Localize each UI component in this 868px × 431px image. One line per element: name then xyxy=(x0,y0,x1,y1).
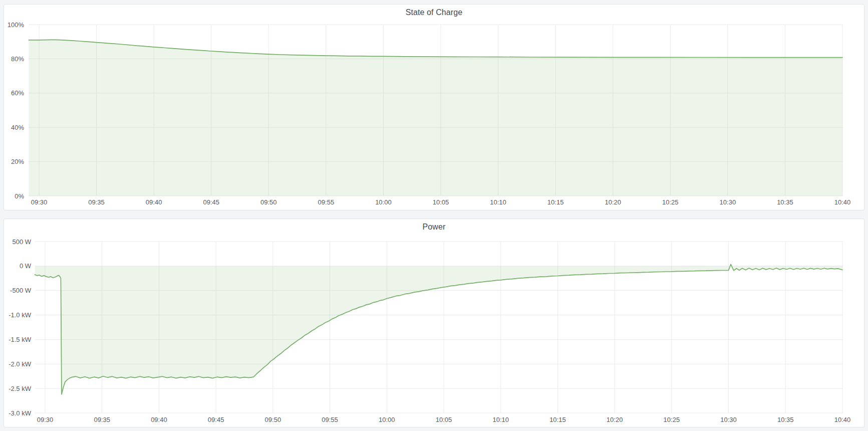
svg-text:-1.5 kW: -1.5 kW xyxy=(9,336,32,343)
svg-text:09:35: 09:35 xyxy=(88,198,105,206)
state-of-charge-panel-title[interactable]: State of Charge xyxy=(4,5,864,20)
svg-text:60%: 60% xyxy=(11,89,24,97)
svg-text:09:30: 09:30 xyxy=(37,416,54,423)
svg-text:10:05: 10:05 xyxy=(436,416,452,423)
power-chart[interactable]: 500 W0 W-500 W-1.0 kW-1.5 kW-2.0 kW-2.5 … xyxy=(4,234,864,427)
svg-text:09:30: 09:30 xyxy=(31,198,48,206)
svg-text:100%: 100% xyxy=(8,21,25,29)
power-area-fill xyxy=(35,264,843,394)
power-panel-title[interactable]: Power xyxy=(4,219,864,234)
svg-text:40%: 40% xyxy=(11,124,24,131)
svg-text:10:30: 10:30 xyxy=(720,416,737,423)
svg-text:10:35: 10:35 xyxy=(777,416,794,423)
state-of-charge-chart[interactable]: 100%80%60%40%20%0% 09:3009:3509:4009:450… xyxy=(4,20,864,210)
svg-text:10:15: 10:15 xyxy=(549,416,566,423)
svg-text:10:35: 10:35 xyxy=(777,198,793,206)
svg-text:10:00: 10:00 xyxy=(375,198,392,206)
svg-text:09:45: 09:45 xyxy=(203,198,219,206)
svg-text:10:20: 10:20 xyxy=(607,416,623,423)
svg-text:10:25: 10:25 xyxy=(664,416,680,423)
svg-text:09:50: 09:50 xyxy=(260,198,277,206)
soc-y-axis-labels: 100%80%60%40%20%0% xyxy=(8,21,25,200)
svg-text:10:05: 10:05 xyxy=(433,198,449,206)
svg-text:-2.0 kW: -2.0 kW xyxy=(9,360,32,368)
svg-text:0%: 0% xyxy=(15,192,24,200)
soc-area-fill xyxy=(29,40,842,196)
svg-text:10:15: 10:15 xyxy=(547,198,564,206)
svg-text:10:00: 10:00 xyxy=(379,416,395,423)
svg-text:09:40: 09:40 xyxy=(146,198,162,206)
svg-text:10:30: 10:30 xyxy=(720,198,736,206)
svg-text:10:10: 10:10 xyxy=(490,198,506,206)
svg-text:500 W: 500 W xyxy=(12,238,31,246)
svg-text:10:10: 10:10 xyxy=(492,416,509,423)
svg-text:09:45: 09:45 xyxy=(208,416,224,423)
svg-text:-500 W: -500 W xyxy=(10,287,32,294)
svg-text:10:20: 10:20 xyxy=(605,198,621,206)
svg-text:10:40: 10:40 xyxy=(834,198,851,206)
svg-text:0 W: 0 W xyxy=(20,262,32,270)
power-y-axis-labels: 500 W0 W-500 W-1.0 kW-1.5 kW-2.0 kW-2.5 … xyxy=(9,238,32,417)
svg-text:20%: 20% xyxy=(11,158,24,165)
svg-text:09:55: 09:55 xyxy=(318,198,335,206)
svg-text:-3.0 kW: -3.0 kW xyxy=(9,409,32,417)
soc-x-axis-labels: 09:3009:3509:4009:4509:5009:5510:0010:05… xyxy=(31,198,851,206)
power-panel: Power 500 W0 W-500 W-1.0 kW-1.5 kW-2.0 k… xyxy=(4,219,864,427)
svg-text:10:40: 10:40 xyxy=(834,416,851,423)
power-x-axis-labels: 09:3009:3509:4009:4509:5009:5510:0010:05… xyxy=(37,416,851,423)
svg-text:09:50: 09:50 xyxy=(265,416,281,423)
svg-text:80%: 80% xyxy=(11,55,24,63)
svg-text:-2.5 kW: -2.5 kW xyxy=(9,385,32,392)
svg-text:09:55: 09:55 xyxy=(322,416,338,423)
svg-text:09:35: 09:35 xyxy=(94,416,110,423)
svg-text:10:25: 10:25 xyxy=(662,198,679,206)
svg-text:-1.0 kW: -1.0 kW xyxy=(9,311,32,319)
state-of-charge-panel: State of Charge 100%80%60%40%20%0% 09:30… xyxy=(4,4,864,210)
svg-text:09:40: 09:40 xyxy=(151,416,167,423)
